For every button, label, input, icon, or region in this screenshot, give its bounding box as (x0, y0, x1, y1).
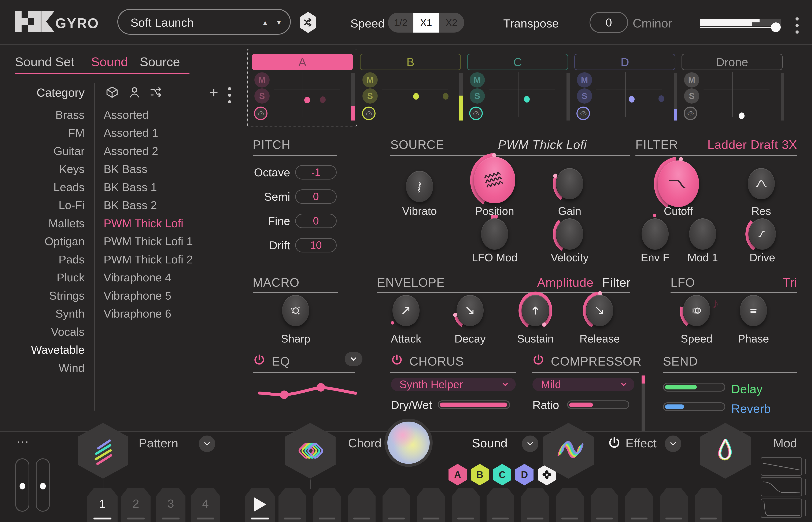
user-sounds-icon[interactable] (128, 85, 141, 99)
sound-item[interactable]: Assorted (104, 106, 235, 124)
keyboard-pad[interactable] (278, 488, 306, 522)
category-item[interactable]: Pluck (8, 268, 84, 287)
track-a-tab[interactable]: A (252, 54, 353, 70)
attack-knob[interactable] (389, 292, 423, 329)
sustain-knob[interactable] (518, 292, 552, 329)
keyboard-pad[interactable] (382, 488, 410, 522)
track-c-xy-dot[interactable] (524, 96, 530, 103)
track-a-random-badge[interactable]: ‹?› (254, 106, 268, 120)
track-d-xy-pad[interactable] (625, 72, 626, 117)
track-drone-random-badge[interactable]: ‹?› (684, 106, 697, 120)
res-knob[interactable] (744, 165, 778, 203)
sound-item-selected[interactable]: PWM Thick Lofi (104, 214, 235, 232)
category-item[interactable]: Synth (8, 305, 84, 323)
velocity-knob[interactable] (553, 215, 587, 253)
keyboard-pad[interactable] (660, 488, 688, 522)
speed-x1-button[interactable]: X1 (413, 13, 439, 33)
mod-source-box-3[interactable] (760, 499, 802, 518)
track-c-mute-button[interactable]: M (470, 72, 485, 87)
sound-item[interactable]: PWM Thick Lofi 1 (104, 232, 235, 250)
overflow-menu[interactable]: ... (17, 432, 29, 445)
sound-item[interactable]: Vibraphone 5 (104, 286, 235, 305)
effect-power-icon[interactable] (607, 436, 621, 450)
pitch-wheel[interactable] (15, 458, 29, 511)
keyboard-pad[interactable] (625, 488, 653, 522)
category-item[interactable]: Wind (8, 359, 84, 377)
track-c-solo-button[interactable]: S (470, 88, 485, 104)
position-knob[interactable] (470, 153, 519, 207)
category-item[interactable]: Strings (8, 286, 84, 305)
vibrato-knob[interactable] (403, 167, 436, 205)
chorus-preset-dropdown[interactable]: Synth Helper (391, 378, 516, 391)
keyboard-pad[interactable] (417, 488, 445, 522)
category-item-selected[interactable]: Wavetable (8, 341, 84, 359)
octave-value[interactable]: -1 (295, 165, 337, 180)
filter-name[interactable]: Ladder Draft 3X (700, 137, 797, 152)
volume-slider[interactable] (700, 27, 781, 28)
preset-selector[interactable]: Soft Launch ▲ ▼ (117, 9, 291, 35)
keyboard-pad[interactable] (521, 488, 549, 522)
sound-collapse-button[interactable] (522, 436, 538, 452)
shuffle-icon[interactable] (149, 85, 163, 99)
category-item[interactable]: Lo-Fi (8, 196, 84, 214)
lfo-mod-knob[interactable] (478, 215, 512, 253)
category-item[interactable]: FM (8, 124, 84, 142)
keyboard-pad[interactable] (487, 488, 514, 522)
sound-item[interactable]: BK Bass 1 (104, 178, 235, 196)
category-item[interactable]: Pads (8, 250, 84, 268)
fine-value[interactable]: 0 (295, 214, 337, 228)
effect-collapse-button[interactable] (665, 436, 681, 452)
keyboard-pad[interactable] (591, 488, 618, 522)
lfo-speed-knob[interactable] (680, 292, 713, 329)
library-cube-icon[interactable] (105, 85, 119, 99)
category-item[interactable]: Keys (8, 160, 84, 178)
mod-wheel[interactable] (36, 458, 50, 511)
compressor-power-icon[interactable] (532, 354, 545, 367)
cutoff-knob[interactable] (654, 157, 703, 211)
keyboard-pad[interactable] (313, 488, 341, 522)
track-b-solo-button[interactable]: S (362, 88, 378, 104)
track-a-mute-button[interactable]: M (254, 72, 270, 87)
track-b-tab[interactable]: B (360, 54, 461, 70)
eq-power-icon[interactable] (253, 354, 266, 367)
mod-source-box-1[interactable] (760, 457, 802, 476)
envelope-tab-amplitude[interactable]: Amplitude (537, 275, 594, 289)
chorus-power-icon[interactable] (390, 354, 403, 367)
sound-item[interactable]: Assorted 2 (104, 142, 235, 160)
track-b-mute-button[interactable]: M (362, 72, 378, 87)
reverb-send-slider[interactable] (663, 402, 725, 411)
mod-1-knob[interactable] (686, 215, 719, 253)
keyboard-pad[interactable] (452, 488, 480, 522)
track-c-random-badge[interactable]: ‹?› (469, 106, 483, 120)
track-c-xy-pad[interactable] (518, 72, 518, 117)
volume-slider-thumb[interactable] (771, 22, 781, 32)
main-menu-icon[interactable] (795, 17, 799, 34)
tab-source[interactable]: Source (140, 55, 180, 69)
track-d-solo-button[interactable]: S (577, 88, 592, 104)
decay-knob[interactable] (453, 292, 487, 329)
pattern-collapse-button[interactable] (199, 436, 215, 452)
track-b-xy-dot[interactable] (413, 93, 419, 100)
sound-item[interactable]: BK Bass (104, 160, 235, 178)
category-item[interactable]: Leads (8, 178, 84, 196)
speed-toggle[interactable]: 1/2 X1 X2 (388, 13, 464, 33)
category-item[interactable]: Brass (8, 106, 84, 124)
keyboard-pad[interactable] (556, 488, 583, 522)
track-d-random-badge[interactable]: ‹?› (576, 106, 590, 120)
category-item[interactable]: Optigan (8, 232, 84, 250)
eq-curve[interactable] (254, 378, 359, 410)
pattern-slot-1[interactable]: 1 (87, 488, 118, 522)
env-f-knob[interactable] (638, 215, 672, 253)
eq-collapse-button[interactable] (345, 352, 362, 366)
tab-sound[interactable]: Sound (91, 55, 128, 69)
compressor-preset-dropdown[interactable]: Mild (532, 378, 634, 391)
transpose-value[interactable]: 0 (590, 12, 628, 33)
track-a-xy-dot[interactable] (304, 97, 310, 103)
play-pad[interactable] (245, 488, 275, 522)
sound-list-menu-icon[interactable] (228, 87, 231, 103)
sound-item[interactable]: PWM Thick Lofi 2 (104, 250, 235, 268)
track-a-solo-button[interactable]: S (254, 88, 270, 104)
sound-orb[interactable] (384, 419, 433, 467)
sound-item[interactable]: BK Bass 2 (104, 196, 235, 214)
sound-item[interactable]: Vibraphone 4 (104, 268, 235, 287)
